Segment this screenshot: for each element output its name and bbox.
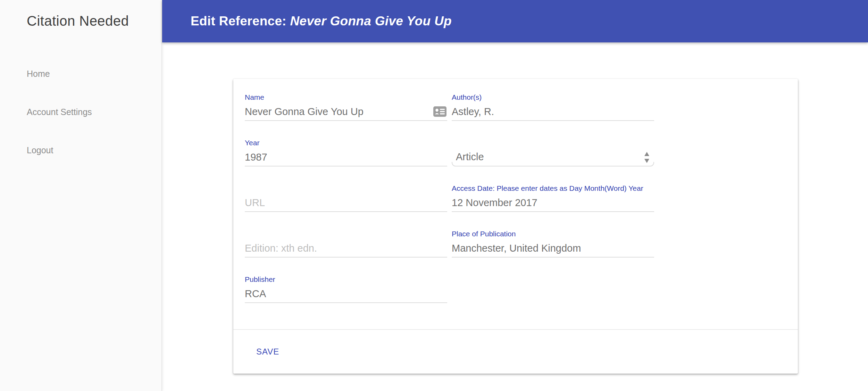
sidebar-item-home[interactable]: Home [27,69,92,79]
sidebar: Citation Needed Home Account Settings Lo… [0,0,162,391]
url-label-spacer [245,184,447,194]
reference-form: Name Author(s) Year [245,93,654,303]
place-label: Place of Publication [452,230,654,239]
edition-label-spacer [245,230,447,239]
page-title: Edit Reference: Never Gonna Give You Up [191,14,452,28]
access-date-label: Access Date: Please enter dates as Day M… [452,184,654,194]
place-input[interactable] [452,239,654,258]
publisher-field-group: Publisher [245,275,447,303]
edition-input[interactable] [245,239,447,258]
type-select-value: Article [456,150,484,163]
name-label: Name [245,93,447,103]
type-select[interactable]: Article [452,148,654,166]
type-label-spacer [452,139,654,148]
url-input[interactable] [245,194,447,212]
app-title: Citation Needed [27,13,129,28]
contact-card-icon [433,106,446,117]
app-bar: Edit Reference: Never Gonna Give You Up [162,0,868,42]
empty-cell [452,275,654,303]
edition-field-group [245,230,447,258]
save-button[interactable]: SAVE [251,343,284,360]
authors-field-group: Author(s) [452,93,654,121]
page-title-prefix: Edit Reference: [191,14,290,28]
publisher-label: Publisher [245,275,447,285]
reference-edit-card: Name Author(s) Year [233,79,798,374]
name-input[interactable] [245,103,447,121]
url-field-group [245,184,447,212]
publisher-input[interactable] [245,285,447,303]
sidebar-item-logout[interactable]: Logout [27,145,92,155]
name-field-group: Name [245,93,447,121]
authors-input[interactable] [452,103,654,121]
place-field-group: Place of Publication [452,230,654,258]
year-input[interactable] [245,148,447,166]
year-field-group: Year [245,139,447,166]
access-date-field-group: Access Date: Please enter dates as Day M… [452,184,654,212]
sidebar-item-account-settings[interactable]: Account Settings [27,107,92,117]
authors-label: Author(s) [452,93,654,103]
access-date-input[interactable] [452,194,654,212]
sidebar-nav: Home Account Settings Logout [27,69,92,184]
year-label: Year [245,139,447,148]
type-field-group: Article [452,139,654,166]
page-title-reference: Never Gonna Give You Up [290,14,452,28]
card-footer: SAVE [233,329,798,374]
